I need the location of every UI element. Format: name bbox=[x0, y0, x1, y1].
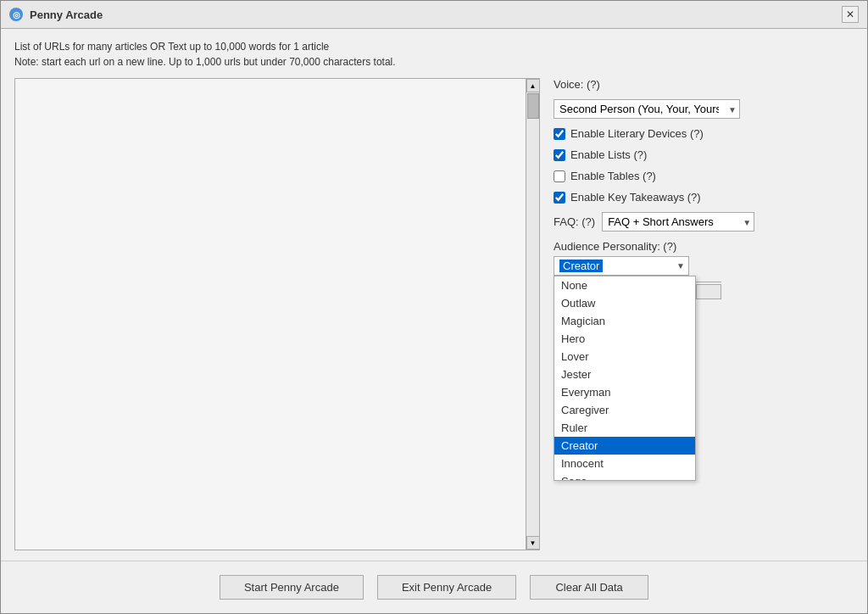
audience-item-sage[interactable]: Sage bbox=[554, 472, 695, 480]
key-takeaways-checkbox[interactable] bbox=[554, 192, 565, 204]
right-panel: Voice: (?) Second Person (You, Your, You… bbox=[554, 78, 854, 550]
audience-item-magician[interactable]: Magician bbox=[554, 312, 695, 330]
clear-button[interactable]: Clear All Data bbox=[530, 575, 648, 600]
main-area: ▲ ▼ Voice: (?) Secon bbox=[14, 78, 854, 550]
audience-personality-label: Audience Personality: (?) bbox=[554, 240, 854, 253]
faq-select[interactable]: FAQ + Short Answers FAQ Only None bbox=[602, 212, 754, 232]
tables-checkbox[interactable] bbox=[554, 170, 565, 182]
audience-dropdown-container: Creator ▼ None Outlaw Magician Hero Love… bbox=[554, 256, 689, 276]
scroll-track[interactable] bbox=[526, 92, 539, 536]
instructions-text: List of URLs for many articles OR Text u… bbox=[14, 39, 854, 70]
audience-dropdown-arrow: ▼ bbox=[676, 261, 685, 271]
scroll-up-button[interactable]: ▲ bbox=[526, 79, 540, 92]
vertical-scrollbar[interactable]: ▲ ▼ bbox=[526, 79, 539, 550]
audience-item-jester[interactable]: Jester bbox=[554, 366, 695, 383]
exit-button[interactable]: Exit Penny Arcade bbox=[377, 575, 516, 600]
scroll-thumb[interactable] bbox=[527, 93, 539, 119]
start-button[interactable]: Start Penny Arcade bbox=[220, 575, 364, 600]
audience-item-lover[interactable]: Lover bbox=[554, 348, 695, 366]
audience-item-ruler[interactable]: Ruler bbox=[554, 419, 695, 437]
lists-checkbox[interactable] bbox=[554, 149, 565, 161]
audience-item-none[interactable]: None bbox=[554, 276, 695, 294]
main-window: ◎ Penny Arcade ✕ List of URLs for many a… bbox=[0, 0, 868, 614]
side-dividers bbox=[696, 282, 721, 299]
audience-item-outlaw[interactable]: Outlaw bbox=[554, 294, 695, 312]
text-area-wrapper: ▲ ▼ bbox=[14, 78, 540, 550]
voice-select[interactable]: Second Person (You, Your, Yours) First P… bbox=[554, 99, 740, 119]
title-bar-left: ◎ Penny Arcade bbox=[9, 8, 103, 21]
url-text-input[interactable] bbox=[15, 79, 526, 550]
lists-label[interactable]: Enable Lists (?) bbox=[570, 148, 647, 161]
audience-item-hero[interactable]: Hero bbox=[554, 330, 695, 348]
title-bar: ◎ Penny Arcade ✕ bbox=[1, 1, 867, 29]
close-button[interactable]: ✕ bbox=[842, 6, 859, 23]
audience-personality-row: Creator ▼ None Outlaw Magician Hero Love… bbox=[554, 256, 854, 299]
scroll-down-button[interactable]: ▼ bbox=[526, 536, 540, 550]
divider-1 bbox=[696, 282, 721, 282]
faq-select-wrapper: FAQ + Short Answers FAQ Only None ▼ bbox=[602, 212, 754, 232]
faq-row: FAQ: (?) FAQ + Short Answers FAQ Only No… bbox=[554, 212, 854, 232]
faq-label: FAQ: (?) bbox=[554, 215, 595, 228]
key-takeaways-row: Enable Key Takeaways (?) bbox=[554, 191, 854, 204]
audience-item-creator[interactable]: Creator bbox=[554, 437, 695, 455]
audience-personality-section: Audience Personality: (?) Creator ▼ None… bbox=[554, 240, 854, 299]
literary-devices-label[interactable]: Enable Literary Devices (?) bbox=[570, 127, 704, 140]
side-handle bbox=[696, 284, 721, 299]
voice-select-row: Second Person (You, Your, Yours) First P… bbox=[554, 99, 854, 119]
audience-selected-text: Creator bbox=[559, 260, 603, 272]
audience-dropdown-selected[interactable]: Creator ▼ bbox=[554, 256, 689, 276]
content-area: List of URLs for many articles OR Text u… bbox=[1, 29, 867, 561]
tables-row: Enable Tables (?) bbox=[554, 170, 854, 182]
instructions-line2: Note: start each url on a new line. Up t… bbox=[14, 56, 396, 68]
literary-devices-checkbox[interactable] bbox=[554, 128, 565, 140]
audience-item-caregiver[interactable]: Caregiver bbox=[554, 401, 695, 419]
audience-item-everyman[interactable]: Everyman bbox=[554, 383, 695, 401]
window-title: Penny Arcade bbox=[30, 8, 103, 21]
voice-select-wrapper: Second Person (You, Your, Yours) First P… bbox=[554, 99, 740, 119]
app-icon: ◎ bbox=[9, 8, 23, 21]
audience-dropdown-items: None Outlaw Magician Hero Lover Jester E… bbox=[554, 276, 695, 480]
voice-label: Voice: (?) bbox=[554, 78, 600, 91]
lists-row: Enable Lists (?) bbox=[554, 148, 854, 161]
footer: Start Penny Arcade Exit Penny Arcade Cle… bbox=[1, 561, 867, 613]
audience-item-innocent[interactable]: Innocent bbox=[554, 455, 695, 472]
instructions-line1: List of URLs for many articles OR Text u… bbox=[14, 41, 329, 53]
literary-devices-row: Enable Literary Devices (?) bbox=[554, 127, 854, 140]
voice-row: Voice: (?) bbox=[554, 78, 854, 91]
left-panel: ▲ ▼ bbox=[14, 78, 540, 550]
audience-dropdown-list: None Outlaw Magician Hero Lover Jester E… bbox=[554, 276, 696, 481]
key-takeaways-label[interactable]: Enable Key Takeaways (?) bbox=[570, 191, 701, 204]
tables-label[interactable]: Enable Tables (?) bbox=[570, 170, 656, 182]
